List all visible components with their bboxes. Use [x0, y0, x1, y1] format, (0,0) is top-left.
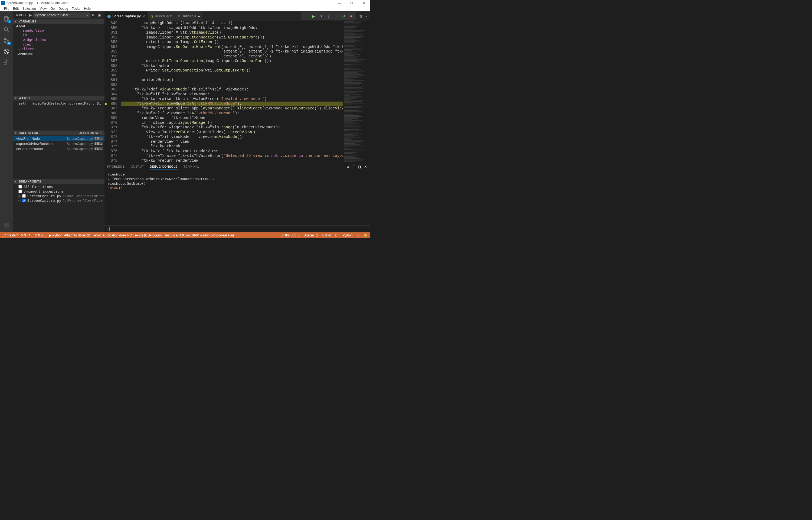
debug-settings-icon[interactable]: ⚙ [90, 13, 96, 17]
scm-badge: 97 [6, 42, 11, 45]
callstack-header[interactable]: ▾CALL STACK PAUSED ON STEP [13, 131, 105, 135]
menubar: FileEditSelectionViewGoDebugTasksHelp [0, 6, 370, 11]
breakpoint-item[interactable]: ○ScreenCapture.py C:\Program Files\Slice… [13, 198, 105, 203]
watch-panel: ▾WATCH self.ffmpegPathSelector.currentPa… [13, 96, 105, 106]
cursor-position[interactable]: Ln 866, Col 1 [281, 233, 300, 237]
panel-up-icon[interactable]: ⌃ [353, 165, 355, 169]
menu-edit[interactable]: Edit [11, 7, 21, 10]
bp-checkbox[interactable] [19, 189, 22, 193]
step-over-icon[interactable]: ↷ [317, 13, 325, 20]
code-editor[interactable]: 8498508518528538548558568578588598608618… [105, 21, 370, 162]
variable-row[interactable]: view: [13, 42, 105, 47]
debug-console-input[interactable]: › [105, 225, 370, 232]
debug-target[interactable]: ▶ Python: Attach to Slicer (D) [49, 233, 91, 237]
menu-file[interactable]: File [2, 7, 11, 10]
bp-checkbox[interactable] [22, 194, 26, 198]
variable-row[interactable]: ▸ slicer: [13, 47, 105, 51]
eol[interactable]: LF [335, 233, 339, 237]
menu-help[interactable]: Help [82, 7, 92, 10]
errors-warnings[interactable]: ⊗0 ⚠0 [35, 233, 46, 237]
activity-bar: 1 97 [0, 11, 13, 232]
bp-all-exceptions[interactable]: All Exceptions [13, 184, 105, 189]
breakpoints-header[interactable]: ▾BREAKPOINTS [13, 179, 105, 184]
debug-tab[interactable] [0, 46, 13, 57]
console-line: viewNode [108, 172, 366, 177]
variables-local-scope[interactable]: ▾Local [13, 24, 105, 28]
panel-tab-output[interactable]: OUTPUT [131, 164, 144, 170]
more-icon[interactable]: ⋯ [364, 14, 367, 18]
panel-tab-debug-console[interactable]: DEBUG CONSOLE [150, 164, 177, 170]
panel-tab-problems[interactable]: PROBLEMS [107, 164, 125, 170]
debug-config-bar: DEBUG ▶ Python: Attach to Slicer▾ ⚙ ▣ [13, 11, 105, 19]
editor-area: ⬤ScreenCapture.py✕{}launch.json≡Untitled… [105, 11, 370, 232]
close-button[interactable]: ✕ [358, 0, 370, 6]
status-error-message: error: Application does NOT exists [C:/P… [94, 233, 278, 237]
scm-tab[interactable]: 97 [0, 35, 13, 46]
panel-close-icon[interactable]: ✕ [364, 165, 367, 169]
settings-gear[interactable] [0, 220, 13, 231]
breakpoints-panel: ▾BREAKPOINTS All Exceptions Uncaught Exc… [13, 179, 105, 203]
indent-spaces[interactable]: Spaces: 2 [304, 233, 318, 237]
language-mode[interactable]: Python [342, 233, 353, 237]
variable-row[interactable]: renderView: [13, 28, 105, 33]
minimap[interactable] [343, 21, 370, 162]
explorer-badge: 1 [7, 20, 11, 23]
step-into-icon[interactable]: ↓ [325, 13, 332, 20]
callstack-frame[interactable]: capture3dViewRotationScreenCapture.py955… [13, 141, 105, 146]
svg-rect-11 [4, 62, 6, 65]
notifications-icon[interactable]: 🔔 [364, 233, 368, 237]
panel-maximize-icon[interactable]: ◨ [358, 165, 361, 169]
watch-header[interactable]: ▾WATCH [13, 96, 105, 101]
menu-selection[interactable]: Selection [21, 7, 38, 10]
editor-tab[interactable]: ≡Untitled-1 [175, 11, 203, 21]
svg-rect-10 [7, 60, 9, 62]
restart-icon[interactable]: ↺ [340, 13, 347, 20]
bp-checkbox[interactable] [22, 199, 26, 202]
console-line: viewNode.GetName() [108, 181, 366, 186]
step-out-icon[interactable]: ↑ [333, 13, 340, 20]
panel-tabs: PROBLEMSOUTPUTDEBUG CONSOLETERMINAL ≢ ⌃… [105, 162, 370, 171]
explorer-tab[interactable]: 1 [0, 14, 13, 24]
svg-line-3 [7, 31, 9, 32]
bp-uncaught-exceptions[interactable]: Uncaught Exceptions [13, 189, 105, 193]
code-content[interactable]: imageHeightOdd = (imageSize[1] & 1 == 1)… [121, 21, 343, 162]
extensions-tab[interactable] [0, 57, 13, 68]
variables-arguments-scope[interactable]: ▸Arguments [13, 51, 105, 56]
editor-tab[interactable]: {}launch.json [148, 11, 175, 21]
callstack-frame[interactable]: viewFromNodeScreenCapture.py866:1 [13, 136, 105, 141]
watch-item[interactable]: self.ffmpegPathSelector.currentPath: Scr… [13, 101, 105, 106]
breakpoint-item[interactable]: ●ScreenCapture.py 54\Modules\Scripted\Sc… [13, 193, 105, 198]
git-branch[interactable]: ⎇master* [2, 233, 18, 237]
editor-tab[interactable]: ⬤ScreenCapture.py✕ [105, 11, 148, 21]
variable-row[interactable]: lm: [13, 33, 105, 37]
encoding[interactable]: UTF-8 [322, 233, 331, 237]
menu-debug[interactable]: Debug [57, 7, 70, 10]
drag-handle-icon[interactable]: ⠿ [302, 13, 309, 20]
callstack-frame[interactable]: onCaptureButtonScreenCapture.py542:1 [13, 146, 105, 151]
editor-tabs: ⬤ScreenCapture.py✕{}launch.json≡Untitled… [105, 11, 370, 21]
debug-config-select[interactable]: Python: Attach to Slicer▾ [33, 12, 90, 18]
menu-tasks[interactable]: Tasks [70, 7, 82, 10]
variable-row[interactable]: widgetIndex: [13, 37, 105, 42]
close-tab-icon[interactable]: ✕ [142, 15, 145, 18]
debug-toolbar[interactable]: ⠿ ▶ ↷ ↓ ↑ ↺ ■ [301, 12, 356, 20]
stop-icon[interactable]: ■ [348, 13, 355, 20]
clear-console-icon[interactable]: ≢ [347, 165, 350, 169]
split-editor-icon[interactable]: ◫ [359, 14, 362, 18]
menu-go[interactable]: Go [49, 7, 57, 10]
feedback-icon[interactable]: ☺ [357, 233, 360, 237]
debug-console-output[interactable]: viewNode▸ (MRMLCorePython.vtkMRMLViewNod… [105, 171, 370, 225]
debug-console-icon[interactable]: ▣ [96, 13, 103, 17]
panel-tab-terminal[interactable]: TERMINAL [184, 164, 200, 170]
continue-icon[interactable]: ▶ [310, 13, 317, 20]
variables-header[interactable]: ▾VARIABLES [13, 19, 105, 24]
git-sync[interactable]: ⟳3↓ 4↑ [21, 233, 32, 237]
search-tab[interactable] [0, 24, 13, 35]
maximize-button[interactable]: ❐ [345, 0, 358, 6]
bp-checkbox[interactable] [19, 185, 22, 188]
svg-point-6 [7, 40, 9, 42]
start-debug-icon[interactable]: ▶ [29, 13, 32, 17]
window-titlebar: ScreenCapture.py - D - Visual Studio Cod… [0, 0, 370, 6]
menu-view[interactable]: View [38, 7, 49, 10]
minimize-button[interactable]: — [333, 0, 345, 6]
